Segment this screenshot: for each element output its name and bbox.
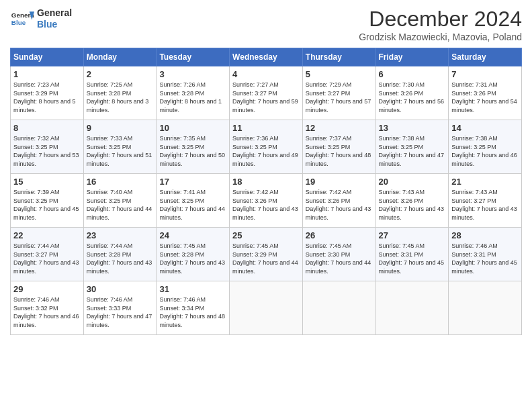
calendar-cell: 13 Sunrise: 7:38 AMSunset: 3:25 PMDaylig…: [375, 120, 449, 174]
calendar-cell: 27 Sunrise: 7:45 AMSunset: 3:31 PMDaylig…: [375, 228, 449, 281]
calendar-cell: 18 Sunrise: 7:42 AMSunset: 3:26 PMDaylig…: [230, 174, 303, 228]
calendar-cell: [302, 281, 375, 335]
day-number: 30: [87, 284, 154, 294]
day-info: Sunrise: 7:46 AMSunset: 3:32 PMDaylight:…: [13, 295, 81, 329]
day-info: Sunrise: 7:41 AMSunset: 3:25 PMDaylight:…: [159, 188, 226, 222]
day-number: 14: [451, 123, 519, 133]
calendar-cell: 31 Sunrise: 7:46 AMSunset: 3:34 PMDaylig…: [157, 281, 230, 335]
day-info: Sunrise: 7:33 AMSunset: 3:25 PMDaylight:…: [87, 134, 154, 168]
calendar-cell: 17 Sunrise: 7:41 AMSunset: 3:25 PMDaylig…: [157, 174, 230, 228]
calendar-week-2: 8 Sunrise: 7:32 AMSunset: 3:25 PMDayligh…: [11, 120, 522, 174]
day-info: Sunrise: 7:43 AMSunset: 3:27 PMDaylight:…: [451, 188, 519, 222]
dow-header-saturday: Saturday: [449, 48, 522, 66]
dow-header-thursday: Thursday: [302, 48, 375, 66]
calendar-cell: [230, 281, 303, 335]
logo-text-blue: Blue: [37, 19, 72, 30]
location-subtitle: Grodzisk Mazowiecki, Mazovia, Poland: [359, 32, 522, 42]
day-number: 21: [451, 177, 519, 187]
day-number: 5: [306, 69, 373, 79]
day-info: Sunrise: 7:36 AMSunset: 3:25 PMDaylight:…: [232, 134, 300, 168]
calendar-week-1: 1 Sunrise: 7:23 AMSunset: 3:29 PMDayligh…: [11, 66, 522, 120]
calendar-cell: 10 Sunrise: 7:35 AMSunset: 3:25 PMDaylig…: [157, 120, 230, 174]
calendar-cell: 2 Sunrise: 7:25 AMSunset: 3:28 PMDayligh…: [83, 66, 157, 120]
day-number: 16: [87, 177, 154, 187]
calendar-cell: 20 Sunrise: 7:43 AMSunset: 3:26 PMDaylig…: [375, 174, 449, 228]
day-number: 19: [306, 177, 373, 187]
days-of-week-row: SundayMondayTuesdayWednesdayThursdayFrid…: [11, 48, 522, 66]
day-info: Sunrise: 7:38 AMSunset: 3:25 PMDaylight:…: [379, 134, 446, 168]
day-number: 6: [379, 69, 446, 79]
calendar-body: 1 Sunrise: 7:23 AMSunset: 3:29 PMDayligh…: [11, 66, 522, 335]
calendar-week-4: 22 Sunrise: 7:44 AMSunset: 3:27 PMDaylig…: [11, 228, 522, 281]
day-number: 31: [159, 284, 226, 294]
day-number: 1: [13, 69, 81, 79]
calendar-cell: 21 Sunrise: 7:43 AMSunset: 3:27 PMDaylig…: [449, 174, 522, 228]
day-info: Sunrise: 7:35 AMSunset: 3:25 PMDaylight:…: [159, 134, 226, 168]
title-area: December 2024 Grodzisk Mazowiecki, Mazov…: [359, 7, 522, 42]
day-number: 17: [159, 177, 226, 187]
calendar-cell: 8 Sunrise: 7:32 AMSunset: 3:25 PMDayligh…: [11, 120, 84, 174]
day-number: 3: [159, 69, 226, 79]
calendar-cell: 23 Sunrise: 7:44 AMSunset: 3:28 PMDaylig…: [83, 228, 157, 281]
day-info: Sunrise: 7:42 AMSunset: 3:26 PMDaylight:…: [232, 188, 300, 222]
day-info: Sunrise: 7:29 AMSunset: 3:27 PMDaylight:…: [306, 81, 373, 114]
day-info: Sunrise: 7:27 AMSunset: 3:27 PMDaylight:…: [232, 81, 300, 114]
day-number: 2: [87, 69, 154, 79]
calendar-cell: 6 Sunrise: 7:30 AMSunset: 3:26 PMDayligh…: [375, 66, 449, 120]
day-info: Sunrise: 7:42 AMSunset: 3:26 PMDaylight:…: [306, 188, 373, 222]
day-number: 22: [13, 230, 81, 240]
logo-text-general: General: [37, 7, 72, 19]
calendar-cell: 7 Sunrise: 7:31 AMSunset: 3:26 PMDayligh…: [449, 66, 522, 120]
calendar-cell: 30 Sunrise: 7:46 AMSunset: 3:33 PMDaylig…: [83, 281, 157, 335]
day-number: 7: [451, 69, 519, 79]
logo-icon: General Blue: [10, 7, 34, 31]
day-number: 8: [13, 123, 81, 133]
day-info: Sunrise: 7:46 AMSunset: 3:33 PMDaylight:…: [87, 295, 154, 329]
calendar-cell: 15 Sunrise: 7:39 AMSunset: 3:25 PMDaylig…: [11, 174, 84, 228]
day-info: Sunrise: 7:45 AMSunset: 3:30 PMDaylight:…: [306, 242, 373, 275]
calendar-cell: 24 Sunrise: 7:45 AMSunset: 3:28 PMDaylig…: [157, 228, 230, 281]
day-number: 4: [232, 69, 300, 79]
day-info: Sunrise: 7:31 AMSunset: 3:26 PMDaylight:…: [451, 81, 519, 114]
day-number: 12: [306, 123, 373, 133]
day-info: Sunrise: 7:46 AMSunset: 3:31 PMDaylight:…: [451, 242, 519, 275]
day-info: Sunrise: 7:43 AMSunset: 3:26 PMDaylight:…: [379, 188, 446, 222]
calendar-cell: 3 Sunrise: 7:26 AMSunset: 3:28 PMDayligh…: [157, 66, 230, 120]
calendar-cell: 28 Sunrise: 7:46 AMSunset: 3:31 PMDaylig…: [449, 228, 522, 281]
dow-header-sunday: Sunday: [11, 48, 84, 66]
dow-header-friday: Friday: [375, 48, 449, 66]
calendar-cell: 29 Sunrise: 7:46 AMSunset: 3:32 PMDaylig…: [11, 281, 84, 335]
day-number: 13: [379, 123, 446, 133]
day-info: Sunrise: 7:37 AMSunset: 3:25 PMDaylight:…: [306, 134, 373, 168]
month-title: December 2024: [359, 7, 522, 32]
calendar-cell: 16 Sunrise: 7:40 AMSunset: 3:25 PMDaylig…: [83, 174, 157, 228]
calendar-cell: 26 Sunrise: 7:45 AMSunset: 3:30 PMDaylig…: [302, 228, 375, 281]
day-info: Sunrise: 7:26 AMSunset: 3:28 PMDaylight:…: [159, 81, 226, 114]
logo: General Blue General Blue: [10, 7, 72, 31]
calendar-cell: 14 Sunrise: 7:38 AMSunset: 3:25 PMDaylig…: [449, 120, 522, 174]
day-info: Sunrise: 7:25 AMSunset: 3:28 PMDaylight:…: [87, 81, 154, 114]
calendar-week-5: 29 Sunrise: 7:46 AMSunset: 3:32 PMDaylig…: [11, 281, 522, 335]
calendar-week-3: 15 Sunrise: 7:39 AMSunset: 3:25 PMDaylig…: [11, 174, 522, 228]
day-number: 29: [13, 284, 81, 294]
calendar-cell: [449, 281, 522, 335]
day-number: 25: [232, 230, 300, 240]
day-info: Sunrise: 7:23 AMSunset: 3:29 PMDaylight:…: [13, 81, 81, 114]
day-info: Sunrise: 7:38 AMSunset: 3:25 PMDaylight:…: [451, 134, 519, 168]
day-number: 20: [379, 177, 446, 187]
day-info: Sunrise: 7:44 AMSunset: 3:28 PMDaylight:…: [87, 242, 154, 275]
header: General Blue General Blue December 2024 …: [10, 7, 522, 42]
day-number: 10: [159, 123, 226, 133]
day-number: 23: [87, 230, 154, 240]
day-info: Sunrise: 7:39 AMSunset: 3:25 PMDaylight:…: [13, 188, 81, 222]
day-number: 15: [13, 177, 81, 187]
day-number: 28: [451, 230, 519, 240]
day-info: Sunrise: 7:30 AMSunset: 3:26 PMDaylight:…: [379, 81, 446, 114]
calendar-cell: 1 Sunrise: 7:23 AMSunset: 3:29 PMDayligh…: [11, 66, 84, 120]
dow-header-wednesday: Wednesday: [230, 48, 303, 66]
calendar-cell: 9 Sunrise: 7:33 AMSunset: 3:25 PMDayligh…: [83, 120, 157, 174]
calendar-table: SundayMondayTuesdayWednesdayThursdayFrid…: [10, 48, 522, 335]
day-number: 24: [159, 230, 226, 240]
day-info: Sunrise: 7:40 AMSunset: 3:25 PMDaylight:…: [87, 188, 154, 222]
calendar-cell: 19 Sunrise: 7:42 AMSunset: 3:26 PMDaylig…: [302, 174, 375, 228]
